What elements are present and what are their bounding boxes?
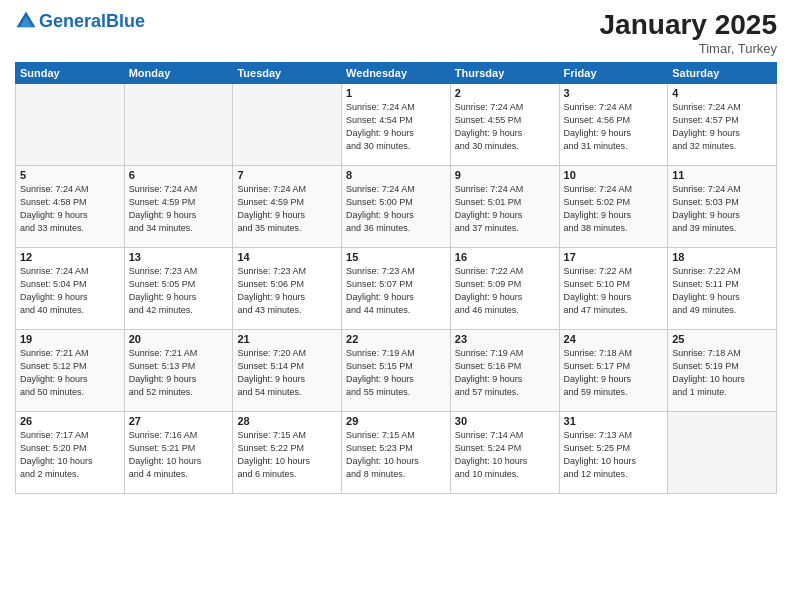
day-info: Sunrise: 7:19 AM Sunset: 5:16 PM Dayligh…: [455, 347, 555, 399]
day-number: 25: [672, 333, 772, 345]
day-info: Sunrise: 7:24 AM Sunset: 5:04 PM Dayligh…: [20, 265, 120, 317]
table-row: 29Sunrise: 7:15 AM Sunset: 5:23 PM Dayli…: [342, 411, 451, 493]
day-info: Sunrise: 7:24 AM Sunset: 4:58 PM Dayligh…: [20, 183, 120, 235]
table-row: 7Sunrise: 7:24 AM Sunset: 4:59 PM Daylig…: [233, 165, 342, 247]
table-row: [124, 83, 233, 165]
calendar-week-row: 12Sunrise: 7:24 AM Sunset: 5:04 PM Dayli…: [16, 247, 777, 329]
table-row: 5Sunrise: 7:24 AM Sunset: 4:58 PM Daylig…: [16, 165, 125, 247]
day-info: Sunrise: 7:13 AM Sunset: 5:25 PM Dayligh…: [564, 429, 664, 481]
day-number: 14: [237, 251, 337, 263]
day-number: 18: [672, 251, 772, 263]
day-number: 22: [346, 333, 446, 345]
day-info: Sunrise: 7:23 AM Sunset: 5:07 PM Dayligh…: [346, 265, 446, 317]
day-info: Sunrise: 7:24 AM Sunset: 4:57 PM Dayligh…: [672, 101, 772, 153]
table-row: 4Sunrise: 7:24 AM Sunset: 4:57 PM Daylig…: [668, 83, 777, 165]
day-info: Sunrise: 7:23 AM Sunset: 5:05 PM Dayligh…: [129, 265, 229, 317]
title-block: January 2025 Timar, Turkey: [600, 10, 777, 56]
day-number: 9: [455, 169, 555, 181]
day-number: 24: [564, 333, 664, 345]
table-row: 28Sunrise: 7:15 AM Sunset: 5:22 PM Dayli…: [233, 411, 342, 493]
day-info: Sunrise: 7:24 AM Sunset: 4:56 PM Dayligh…: [564, 101, 664, 153]
day-number: 13: [129, 251, 229, 263]
day-info: Sunrise: 7:24 AM Sunset: 4:59 PM Dayligh…: [237, 183, 337, 235]
calendar-week-row: 1Sunrise: 7:24 AM Sunset: 4:54 PM Daylig…: [16, 83, 777, 165]
day-info: Sunrise: 7:24 AM Sunset: 4:55 PM Dayligh…: [455, 101, 555, 153]
logo-general: General: [39, 11, 106, 31]
day-number: 15: [346, 251, 446, 263]
col-saturday: Saturday: [668, 62, 777, 83]
table-row: 1Sunrise: 7:24 AM Sunset: 4:54 PM Daylig…: [342, 83, 451, 165]
table-row: 3Sunrise: 7:24 AM Sunset: 4:56 PM Daylig…: [559, 83, 668, 165]
day-number: 28: [237, 415, 337, 427]
table-row: 18Sunrise: 7:22 AM Sunset: 5:11 PM Dayli…: [668, 247, 777, 329]
table-row: 15Sunrise: 7:23 AM Sunset: 5:07 PM Dayli…: [342, 247, 451, 329]
table-row: 17Sunrise: 7:22 AM Sunset: 5:10 PM Dayli…: [559, 247, 668, 329]
day-number: 16: [455, 251, 555, 263]
col-thursday: Thursday: [450, 62, 559, 83]
table-row: 10Sunrise: 7:24 AM Sunset: 5:02 PM Dayli…: [559, 165, 668, 247]
day-number: 1: [346, 87, 446, 99]
logo-icon: [15, 10, 37, 32]
table-row: 6Sunrise: 7:24 AM Sunset: 4:59 PM Daylig…: [124, 165, 233, 247]
day-number: 23: [455, 333, 555, 345]
table-row: [233, 83, 342, 165]
col-monday: Monday: [124, 62, 233, 83]
day-number: 27: [129, 415, 229, 427]
day-info: Sunrise: 7:24 AM Sunset: 5:00 PM Dayligh…: [346, 183, 446, 235]
table-row: 26Sunrise: 7:17 AM Sunset: 5:20 PM Dayli…: [16, 411, 125, 493]
table-row: 20Sunrise: 7:21 AM Sunset: 5:13 PM Dayli…: [124, 329, 233, 411]
table-row: 13Sunrise: 7:23 AM Sunset: 5:05 PM Dayli…: [124, 247, 233, 329]
day-info: Sunrise: 7:24 AM Sunset: 5:02 PM Dayligh…: [564, 183, 664, 235]
day-number: 7: [237, 169, 337, 181]
logo-text: GeneralBlue: [39, 12, 145, 30]
table-row: [16, 83, 125, 165]
calendar: Sunday Monday Tuesday Wednesday Thursday…: [15, 62, 777, 494]
day-info: Sunrise: 7:16 AM Sunset: 5:21 PM Dayligh…: [129, 429, 229, 481]
table-row: 19Sunrise: 7:21 AM Sunset: 5:12 PM Dayli…: [16, 329, 125, 411]
day-number: 4: [672, 87, 772, 99]
day-info: Sunrise: 7:15 AM Sunset: 5:22 PM Dayligh…: [237, 429, 337, 481]
day-number: 5: [20, 169, 120, 181]
col-friday: Friday: [559, 62, 668, 83]
day-number: 3: [564, 87, 664, 99]
day-info: Sunrise: 7:22 AM Sunset: 5:10 PM Dayligh…: [564, 265, 664, 317]
table-row: 25Sunrise: 7:18 AM Sunset: 5:19 PM Dayli…: [668, 329, 777, 411]
day-info: Sunrise: 7:14 AM Sunset: 5:24 PM Dayligh…: [455, 429, 555, 481]
table-row: 31Sunrise: 7:13 AM Sunset: 5:25 PM Dayli…: [559, 411, 668, 493]
col-sunday: Sunday: [16, 62, 125, 83]
day-number: 10: [564, 169, 664, 181]
calendar-week-row: 19Sunrise: 7:21 AM Sunset: 5:12 PM Dayli…: [16, 329, 777, 411]
day-info: Sunrise: 7:19 AM Sunset: 5:15 PM Dayligh…: [346, 347, 446, 399]
day-info: Sunrise: 7:21 AM Sunset: 5:13 PM Dayligh…: [129, 347, 229, 399]
day-number: 31: [564, 415, 664, 427]
day-info: Sunrise: 7:24 AM Sunset: 5:03 PM Dayligh…: [672, 183, 772, 235]
day-number: 6: [129, 169, 229, 181]
day-number: 26: [20, 415, 120, 427]
day-info: Sunrise: 7:20 AM Sunset: 5:14 PM Dayligh…: [237, 347, 337, 399]
col-tuesday: Tuesday: [233, 62, 342, 83]
table-row: 11Sunrise: 7:24 AM Sunset: 5:03 PM Dayli…: [668, 165, 777, 247]
table-row: 27Sunrise: 7:16 AM Sunset: 5:21 PM Dayli…: [124, 411, 233, 493]
day-number: 2: [455, 87, 555, 99]
table-row: 8Sunrise: 7:24 AM Sunset: 5:00 PM Daylig…: [342, 165, 451, 247]
table-row: [668, 411, 777, 493]
day-info: Sunrise: 7:23 AM Sunset: 5:06 PM Dayligh…: [237, 265, 337, 317]
logo: GeneralBlue: [15, 10, 145, 32]
day-number: 19: [20, 333, 120, 345]
day-number: 17: [564, 251, 664, 263]
day-number: 20: [129, 333, 229, 345]
day-number: 29: [346, 415, 446, 427]
table-row: 16Sunrise: 7:22 AM Sunset: 5:09 PM Dayli…: [450, 247, 559, 329]
col-wednesday: Wednesday: [342, 62, 451, 83]
day-info: Sunrise: 7:22 AM Sunset: 5:11 PM Dayligh…: [672, 265, 772, 317]
day-number: 8: [346, 169, 446, 181]
day-info: Sunrise: 7:17 AM Sunset: 5:20 PM Dayligh…: [20, 429, 120, 481]
day-number: 11: [672, 169, 772, 181]
day-info: Sunrise: 7:24 AM Sunset: 4:59 PM Dayligh…: [129, 183, 229, 235]
day-number: 12: [20, 251, 120, 263]
calendar-week-row: 5Sunrise: 7:24 AM Sunset: 4:58 PM Daylig…: [16, 165, 777, 247]
calendar-week-row: 26Sunrise: 7:17 AM Sunset: 5:20 PM Dayli…: [16, 411, 777, 493]
table-row: 22Sunrise: 7:19 AM Sunset: 5:15 PM Dayli…: [342, 329, 451, 411]
month-title: January 2025: [600, 10, 777, 41]
table-row: 9Sunrise: 7:24 AM Sunset: 5:01 PM Daylig…: [450, 165, 559, 247]
